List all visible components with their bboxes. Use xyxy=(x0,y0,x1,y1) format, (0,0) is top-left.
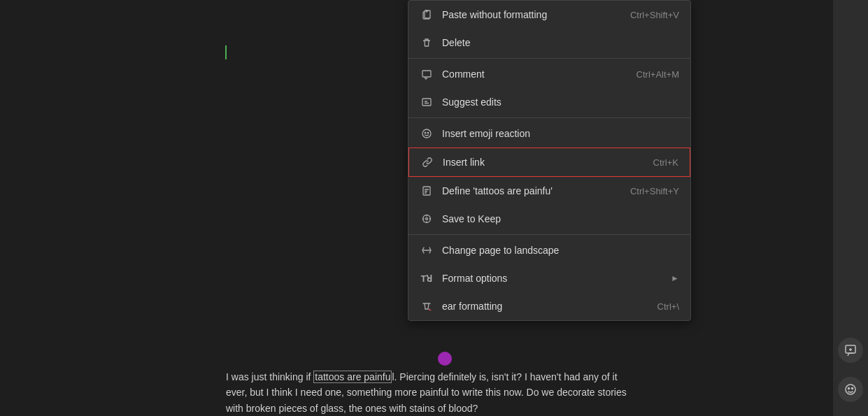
context-menu: Paste without formatting Ctrl+Shift+V De… xyxy=(408,0,691,321)
change-landscape-label: Change page to landscape xyxy=(442,245,679,256)
clear-format-icon xyxy=(420,299,434,313)
suggest-edits-label: Suggest edits xyxy=(442,96,679,108)
divider-1 xyxy=(408,58,690,59)
define-label: Define 'tattoos are painfu' xyxy=(442,185,625,196)
svg-point-11 xyxy=(848,388,850,389)
right-panel xyxy=(833,0,868,416)
menu-item-paste-no-format[interactable]: Paste without formatting Ctrl+Shift+V xyxy=(408,1,690,29)
menu-item-define[interactable]: Define 'tattoos are painfu' Ctrl+Shift+Y xyxy=(408,177,690,205)
divider-3 xyxy=(408,234,690,235)
insert-emoji-label: Insert emoji reaction xyxy=(442,128,679,139)
doc-line1: I was just thinking if tattoos are painf… xyxy=(226,371,618,383)
menu-item-insert-emoji[interactable]: Insert emoji reaction xyxy=(408,120,690,148)
comment-shortcut: Ctrl+Alt+M xyxy=(636,69,679,80)
save-keep-label: Save to Keep xyxy=(442,213,679,224)
menu-item-delete[interactable]: Delete xyxy=(408,29,690,57)
text-cursor xyxy=(225,45,227,59)
svg-point-8 xyxy=(426,218,428,220)
svg-point-3 xyxy=(422,129,431,138)
insert-link-shortcut: Ctrl+K xyxy=(653,157,678,168)
add-comment-button[interactable] xyxy=(838,338,863,363)
purple-cursor-indicator xyxy=(438,352,452,366)
menu-item-clear-formatting[interactable]: ear formatting Ctrl+\ xyxy=(408,292,690,320)
menu-item-save-keep[interactable]: Save to Keep xyxy=(408,205,690,233)
menu-item-comment[interactable]: Comment Ctrl+Alt+M xyxy=(408,60,690,88)
paste-no-format-label: Paste without formatting xyxy=(442,9,625,20)
document-text: I was just thinking if tattoos are painf… xyxy=(226,369,820,416)
emoji-icon xyxy=(420,127,434,141)
menu-item-suggest-edits[interactable]: Suggest edits xyxy=(408,88,690,116)
paste-no-format-shortcut: Ctrl+Shift+V xyxy=(630,10,679,20)
keep-icon xyxy=(420,212,434,226)
format-options-icon: Tꓤ xyxy=(420,271,434,285)
link-icon xyxy=(420,155,434,169)
comment-label: Comment xyxy=(442,69,631,80)
comment-icon xyxy=(420,67,434,81)
delete-icon xyxy=(420,36,434,50)
menu-item-insert-link[interactable]: Insert link Ctrl+K xyxy=(408,148,690,177)
clear-formatting-label: ear formatting xyxy=(442,301,652,312)
menu-item-change-landscape[interactable]: Change page to landscape xyxy=(408,236,690,264)
define-icon xyxy=(420,184,434,198)
delete-label: Delete xyxy=(442,37,679,48)
define-shortcut: Ctrl+Shift+Y xyxy=(630,186,679,196)
doc-line2: ever, but I think I need one, something … xyxy=(226,387,627,398)
clear-formatting-shortcut: Ctrl+\ xyxy=(657,301,679,312)
svg-point-4 xyxy=(425,132,426,134)
svg-rect-1 xyxy=(422,71,431,77)
svg-point-12 xyxy=(852,388,853,389)
divider-2 xyxy=(408,117,690,118)
format-options-label: Format options xyxy=(442,273,665,284)
emoji-react-button[interactable] xyxy=(838,377,863,402)
svg-point-10 xyxy=(846,385,855,394)
document-area xyxy=(0,0,406,416)
suggest-edits-icon xyxy=(420,95,434,109)
selected-text: tattoos are painfu xyxy=(313,371,392,383)
svg-rect-2 xyxy=(422,99,431,106)
menu-item-format-options[interactable]: Tꓤ Format options ► xyxy=(408,264,690,292)
format-options-arrow: ► xyxy=(671,273,679,283)
svg-point-5 xyxy=(427,132,429,134)
landscape-icon xyxy=(420,243,434,257)
insert-link-label: Insert link xyxy=(443,157,648,168)
paste-icon xyxy=(420,8,434,22)
doc-line3: with broken pieces of glass, the ones wi… xyxy=(226,403,478,414)
